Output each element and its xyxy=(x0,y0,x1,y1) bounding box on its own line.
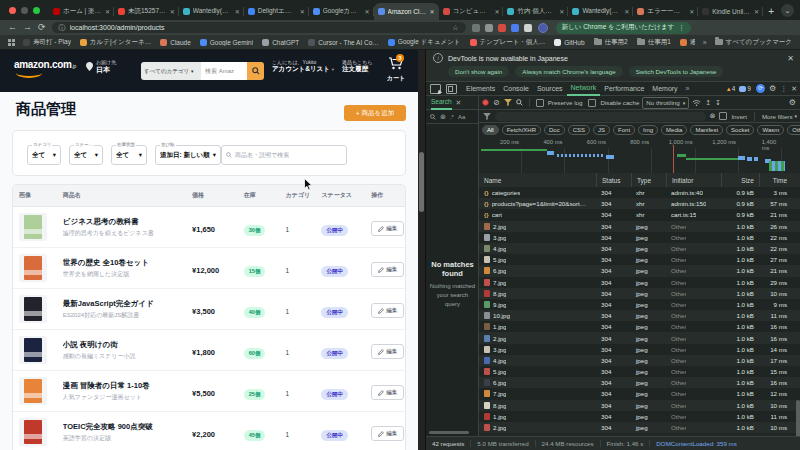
sync-icon[interactable]: ⟳ xyxy=(756,84,765,93)
add-product-button[interactable]: + 商品を追加 xyxy=(344,105,406,121)
network-request-row[interactable]: 3.jpg304jpegOther1.0 kB14 ms xyxy=(479,344,800,355)
tab-close-icon[interactable]: ✕ xyxy=(105,8,110,15)
filter-chip[interactable]: Media xyxy=(661,125,687,135)
filter-chip[interactable]: JS xyxy=(593,125,610,135)
search-icon[interactable] xyxy=(516,99,523,106)
bookmark-item[interactable]: Cursor - The AI Co… xyxy=(308,39,379,46)
throttling-dropdown[interactable]: No throttling▾ xyxy=(642,97,689,109)
filter-select[interactable]: カテゴリ全て▾ xyxy=(27,145,61,165)
deliver-to[interactable]: お届け先 日本 xyxy=(96,59,116,75)
tab-close-icon[interactable]: ✕ xyxy=(689,8,694,15)
edit-button[interactable]: 編集 xyxy=(371,385,404,400)
filter-chip[interactable]: Wasm xyxy=(757,125,784,135)
profile-avatar[interactable] xyxy=(538,23,548,33)
filter-input[interactable] xyxy=(495,112,706,121)
tab-close-icon[interactable]: ✕ xyxy=(754,8,759,15)
extension-icon[interactable] xyxy=(511,24,519,32)
menu-dots-icon[interactable]: ⋮ xyxy=(678,24,685,32)
page-scrollbar[interactable] xyxy=(418,50,425,450)
browser-tab[interactable]: Wantedly(ウォ…✕ xyxy=(568,3,633,20)
filter-chip[interactable]: Socket xyxy=(726,125,754,135)
network-column-header[interactable]: Name xyxy=(479,173,596,187)
import-har-icon[interactable]: ↥ xyxy=(705,99,711,107)
bookmark-item[interactable]: 寿司打 - Play xyxy=(23,38,71,47)
all-bookmarks[interactable]: すべてのブックマーク xyxy=(715,38,792,47)
bookmark-item[interactable]: Google Gemini xyxy=(200,39,253,46)
browser-tab[interactable]: Amazon Clone✕ xyxy=(374,3,439,20)
amazon-search-button[interactable] xyxy=(247,62,264,80)
back-icon[interactable]: ← xyxy=(8,23,17,32)
zoom-window-icon[interactable] xyxy=(33,7,40,14)
tab-search-icon[interactable]: ⌄ xyxy=(781,4,794,17)
edit-button[interactable]: 編集 xyxy=(371,303,404,318)
bookmark-item[interactable]: 通信指導|【放送大… xyxy=(680,38,695,47)
product-search-input[interactable]: 商品名・説明で検索 xyxy=(221,145,347,165)
infobar-button[interactable]: Switch DevTools to Japanese xyxy=(629,66,724,77)
tab-close-icon[interactable]: ✕ xyxy=(235,8,240,15)
bookmarks-overflow-icon[interactable]: » xyxy=(703,39,707,46)
search-pane-hscrollbar[interactable] xyxy=(429,431,469,434)
network-request-row[interactable]: 2.jpg304jpegOther1.0 kB16 ms xyxy=(479,332,800,343)
amazon-search-input[interactable]: 検索 Amaz xyxy=(201,62,247,80)
filter-chip[interactable]: Doc xyxy=(544,125,565,135)
chrome-update-pill[interactable]: 新しい Chrome をご利用いただけます ⋮ xyxy=(556,22,691,34)
edit-button[interactable]: 編集 xyxy=(371,262,404,277)
initiator-link[interactable]: admin.ts:150 xyxy=(671,200,706,207)
table-row[interactable]: 漫画 冒険者の日常 1-10巻人気ファンタジー漫画セット¥5,50025個1公開… xyxy=(13,371,405,412)
more-tabs-icon[interactable]: » xyxy=(684,85,692,92)
network-request-row[interactable]: 2.jpg304jpegOther1.0 kB10 ms xyxy=(479,422,800,433)
bookmark-item[interactable]: 仕事用1 xyxy=(637,38,671,47)
close-devtools-icon[interactable]: ✕ xyxy=(791,85,797,93)
network-request-row[interactable]: 8.jpg304jpegOther1.0 kB10 ms xyxy=(479,288,800,299)
devtools-tab-performance[interactable]: Performance xyxy=(600,82,648,95)
browser-tab[interactable]: Delightエンジニ…✕ xyxy=(244,3,309,20)
network-request-row[interactable]: 1.jpg304jpegOther1.0 kB16 ms xyxy=(479,321,800,332)
network-request-row[interactable]: {}products?page=1&limit=20&sort…304xhrad… xyxy=(479,198,800,209)
more-filters-dropdown[interactable]: More filters▾ xyxy=(762,113,797,120)
filter-chip[interactable]: All xyxy=(482,125,499,135)
filter-select[interactable]: 在庫状態全て▾ xyxy=(111,145,147,165)
match-case-toggle[interactable]: Aa xyxy=(458,114,465,120)
initiator-link[interactable]: admin.ts:40 xyxy=(671,189,703,196)
category-dropdown[interactable]: すべてのカテゴリ ▾ xyxy=(141,62,201,80)
network-request-row[interactable]: 4.jpg304jpegOther1.0 kB22 ms xyxy=(479,243,800,254)
filter-select[interactable]: ステー…全て▾ xyxy=(69,145,103,165)
tab-close-icon[interactable]: ✕ xyxy=(300,8,305,15)
network-request-row[interactable]: 5.jpg304jpegOther1.0 kB15 ms xyxy=(479,366,800,377)
tab-close-icon[interactable]: ✕ xyxy=(170,8,175,15)
site-info-icon[interactable]: ⓘ xyxy=(59,24,66,31)
edit-button[interactable]: 編集 xyxy=(371,344,404,359)
network-request-row[interactable]: {}categories304xhradmin.ts:400.9 kB3 ms xyxy=(479,187,800,198)
extension-icon[interactable] xyxy=(485,24,493,32)
network-request-row[interactable]: 8.jpg304jpegOther1.0 kB10 ms xyxy=(479,400,800,411)
network-request-row[interactable]: 3.jpg304jpegOther1.0 kB22 ms xyxy=(479,232,800,243)
edit-button[interactable]: 編集 xyxy=(371,426,404,441)
edit-button[interactable]: 編集 xyxy=(371,221,404,236)
browser-tab[interactable]: 竹内 個人のプロ…✕ xyxy=(503,3,568,20)
orders-menu[interactable]: 返品もこちら 注文履歴 xyxy=(342,59,372,74)
extension-icon[interactable] xyxy=(498,24,506,32)
infobar-button[interactable]: Always match Chrome's language xyxy=(515,66,622,77)
table-row[interactable]: 小説 夜明けの街感動の長編ミステリー小説¥1,80060個1公開中編集 xyxy=(13,330,405,371)
close-window-icon[interactable] xyxy=(9,7,16,14)
settings-gear-icon[interactable]: ⚙ xyxy=(769,84,776,93)
search-icon[interactable] xyxy=(430,114,436,120)
scrollbar-thumb[interactable] xyxy=(419,152,424,212)
inspect-element-icon[interactable] xyxy=(430,84,441,94)
network-request-row[interactable]: {}cart304xhrcart.ts:150.9 kB21 ms xyxy=(479,209,800,220)
network-column-header[interactable]: Type xyxy=(631,173,666,187)
browser-tab[interactable]: ホーム | 楽天証…✕ xyxy=(49,3,114,20)
network-request-row[interactable]: 4.jpg304jpegOther1.0 kB17 ms xyxy=(479,355,800,366)
filter-chip[interactable]: Other xyxy=(787,125,800,135)
browser-tab[interactable]: Googleカレンダ…✕ xyxy=(309,3,374,20)
browser-tab[interactable]: Kindle Unlimite…✕ xyxy=(698,3,763,20)
network-request-row[interactable]: 9.jpg304jpegOther1.0 kB9 ms xyxy=(479,299,800,310)
bookmark-star-icon[interactable]: ☆ xyxy=(452,24,458,31)
issues-icon[interactable] xyxy=(739,86,746,92)
network-request-row[interactable]: 7.jpg304jpegOther1.0 kB29 ms xyxy=(479,277,800,288)
network-column-header[interactable]: Time xyxy=(759,173,792,187)
network-column-header[interactable]: Status xyxy=(596,173,631,187)
infobar-button[interactable]: Don't show again xyxy=(448,66,509,77)
filter-chip[interactable]: Fetch/XHR xyxy=(502,125,541,135)
tab-close-icon[interactable]: ✕ xyxy=(624,8,629,15)
